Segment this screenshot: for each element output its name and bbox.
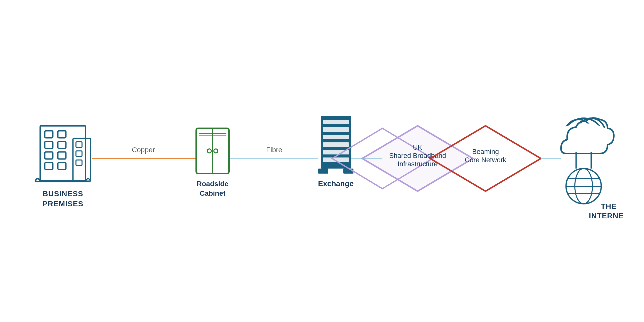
svg-rect-10 — [76, 142, 82, 147]
network-diagram: BUSINESS PREMISES Copper Roadside Cabine… — [20, 48, 624, 274]
svg-text:INTERNET: INTERNET — [589, 212, 624, 220]
svg-rect-28 — [323, 142, 349, 147]
beaming-core-label: Beaming — [472, 148, 499, 155]
svg-rect-7 — [58, 152, 66, 159]
svg-rect-25 — [323, 120, 349, 124]
svg-text:Core Network: Core Network — [465, 156, 506, 164]
svg-rect-31 — [318, 169, 328, 174]
svg-rect-5 — [58, 131, 66, 138]
internet-cloud-icon — [551, 118, 616, 204]
svg-rect-3 — [45, 152, 53, 159]
svg-rect-0 — [40, 126, 86, 181]
business-premises-label: BUSINESS — [43, 189, 83, 198]
svg-rect-8 — [58, 163, 66, 170]
roadside-cabinet-icon — [196, 128, 229, 174]
business-premises-icon — [35, 126, 91, 182]
internet-label: THE — [601, 202, 617, 210]
svg-rect-26 — [323, 127, 349, 132]
svg-rect-11 — [76, 151, 82, 156]
svg-rect-27 — [323, 135, 349, 139]
fibre-label: Fibre — [266, 146, 282, 154]
svg-text:Cabinet: Cabinet — [200, 189, 226, 197]
uk-shared-label: UK — [413, 144, 422, 151]
svg-rect-6 — [58, 141, 66, 148]
roadside-cabinet-label: Roadside — [197, 180, 228, 188]
exchange-icon — [318, 116, 353, 174]
svg-text:PREMISES: PREMISES — [42, 199, 83, 208]
svg-point-18 — [207, 149, 211, 153]
svg-point-44 — [551, 123, 616, 164]
svg-rect-2 — [45, 141, 53, 148]
svg-rect-4 — [45, 163, 53, 170]
svg-rect-12 — [76, 160, 82, 166]
exchange-label: Exchange — [318, 179, 354, 188]
svg-rect-1 — [45, 131, 53, 138]
copper-label: Copper — [132, 146, 155, 154]
svg-point-19 — [214, 149, 218, 153]
svg-text:Infrastructure: Infrastructure — [397, 160, 437, 168]
